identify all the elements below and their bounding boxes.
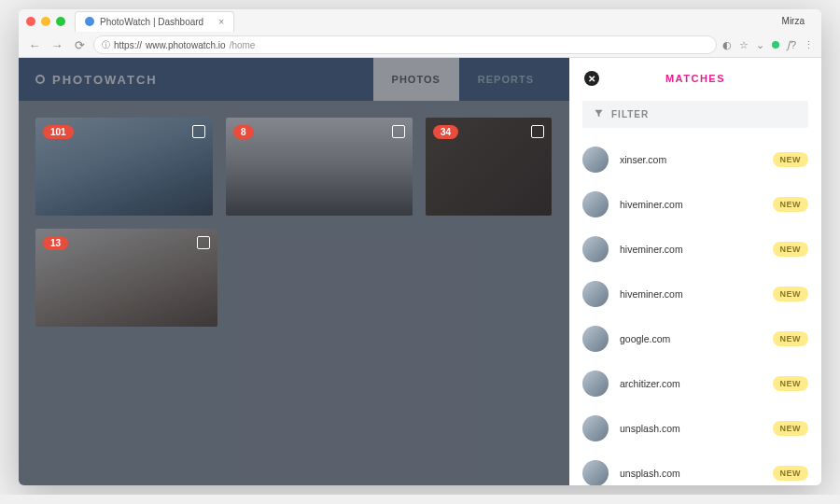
photo-grid: 101 8 34 13: [19, 101, 569, 343]
tab-label: PHOTOS: [392, 74, 441, 85]
match-thumbnail: [582, 147, 609, 173]
new-badge: NEW: [773, 421, 809, 436]
new-badge: NEW: [773, 287, 809, 301]
main-area: PHOTOWATCH PHOTOS REPORTS 101 8: [19, 58, 569, 485]
match-row[interactable]: unsplash.comNEW: [582, 406, 808, 451]
tab-photos[interactable]: PHOTOS: [373, 58, 459, 101]
match-domain: hiveminer.com: [620, 244, 762, 255]
filter-button[interactable]: FILTER: [582, 101, 808, 128]
window-controls: [26, 17, 65, 26]
photo-card[interactable]: 101: [35, 118, 213, 216]
new-badge: NEW: [773, 466, 809, 481]
match-thumbnail: [582, 326, 609, 352]
match-row[interactable]: hiveminer.comNEW: [582, 227, 808, 272]
match-domain: xinser.com: [620, 154, 762, 165]
back-button[interactable]: ←: [26, 38, 43, 52]
url-scheme: https://: [114, 40, 142, 50]
logo-text: PHOTOWATCH: [52, 73, 158, 87]
reload-button[interactable]: ⟳: [71, 38, 88, 52]
tab-title: PhotoWatch | Dashboard: [100, 17, 203, 27]
photo-card[interactable]: 8: [226, 118, 413, 216]
script-icon[interactable]: ʃ?: [787, 39, 796, 51]
profile-name[interactable]: Mirza: [782, 16, 814, 26]
filter-icon: [594, 108, 604, 120]
url-path: /home: [230, 40, 256, 50]
match-domain: hiveminer.com: [620, 199, 762, 210]
match-thumbnail: [582, 191, 609, 217]
tab-close-button[interactable]: ×: [218, 17, 224, 27]
minimize-window-button[interactable]: [41, 17, 50, 26]
photo-card[interactable]: 13: [35, 229, 217, 327]
match-list[interactable]: xinser.comNEWhiveminer.comNEWhiveminer.c…: [569, 137, 821, 485]
match-count-badge: 8: [233, 125, 254, 139]
browser-chrome: PhotoWatch | Dashboard × Mirza ← → ⟳ ⓘ h…: [19, 9, 821, 58]
match-count-badge: 101: [43, 125, 74, 139]
match-row[interactable]: xinser.comNEW: [582, 137, 808, 182]
match-row[interactable]: unsplash.comNEW: [582, 451, 808, 485]
forward-button[interactable]: →: [49, 38, 65, 52]
match-thumbnail: [582, 236, 609, 262]
pocket-icon[interactable]: ⌄: [756, 39, 764, 51]
matches-panel: ✕ MATCHES FILTER xinser.comNEWhiveminer.…: [569, 58, 821, 485]
select-checkbox[interactable]: [392, 125, 405, 138]
extension-icon[interactable]: ◐: [722, 39, 732, 51]
tab-reports[interactable]: REPORTS: [459, 58, 553, 101]
tab-label: REPORTS: [478, 74, 534, 85]
match-count-badge: 13: [43, 236, 68, 250]
new-badge: NEW: [773, 152, 809, 167]
match-row[interactable]: hiveminer.comNEW: [582, 182, 808, 227]
panel-title: MATCHES: [584, 73, 806, 84]
match-thumbnail: [582, 371, 609, 397]
match-row[interactable]: architizer.comNEW: [582, 361, 808, 406]
lock-icon: ⓘ: [102, 39, 110, 51]
photo-card[interactable]: 34: [426, 118, 552, 216]
new-badge: NEW: [773, 376, 809, 391]
match-row[interactable]: hiveminer.comNEW: [582, 272, 808, 316]
browser-tab[interactable]: PhotoWatch | Dashboard ×: [75, 11, 234, 32]
app-header: PHOTOWATCH PHOTOS REPORTS: [19, 58, 569, 101]
menu-icon[interactable]: ⋮: [804, 39, 814, 51]
match-domain: google.com: [620, 333, 762, 344]
match-thumbnail: [582, 415, 609, 441]
logo[interactable]: PHOTOWATCH: [35, 73, 158, 87]
new-badge: NEW: [773, 197, 809, 212]
star-icon[interactable]: ☆: [739, 39, 749, 51]
maximize-window-button[interactable]: [56, 17, 65, 26]
match-thumbnail: [582, 281, 609, 307]
new-badge: NEW: [773, 331, 809, 346]
favicon-icon: [85, 17, 94, 26]
extension-green-icon[interactable]: [772, 41, 779, 49]
match-thumbnail: [582, 460, 609, 485]
filter-label: FILTER: [611, 109, 649, 119]
match-domain: hiveminer.com: [620, 288, 762, 300]
url-host: www.photowatch.io: [146, 40, 226, 50]
match-count-badge: 34: [433, 125, 458, 139]
photo-thumbnail: [226, 118, 413, 216]
new-badge: NEW: [773, 242, 809, 257]
select-checkbox[interactable]: [192, 125, 205, 138]
logo-icon: [35, 75, 45, 84]
select-checkbox[interactable]: [531, 125, 544, 138]
select-checkbox[interactable]: [197, 236, 210, 249]
match-domain: unsplash.com: [620, 423, 762, 434]
match-domain: architizer.com: [620, 378, 762, 389]
match-row[interactable]: google.comNEW: [582, 316, 808, 361]
match-domain: unsplash.com: [620, 468, 762, 479]
address-bar[interactable]: ⓘ https://www.photowatch.io/home: [93, 35, 717, 54]
close-window-button[interactable]: [26, 17, 35, 26]
